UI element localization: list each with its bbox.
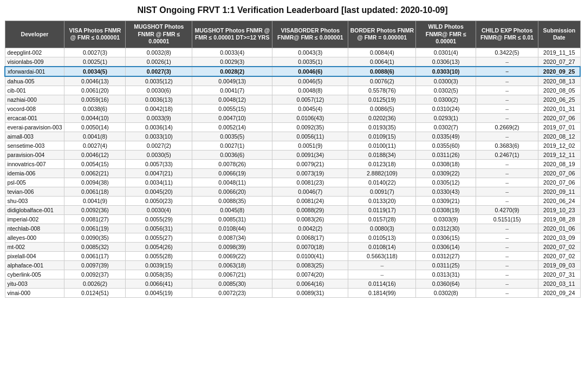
- cell-value: 0.0048(8): [272, 86, 348, 95]
- cell-value: 0.0092(35): [272, 122, 348, 132]
- cell-value: 0.0033(10): [126, 132, 192, 141]
- cell-developer: pixelall-004: [5, 251, 64, 260]
- cell-value: 0.0057(33): [126, 159, 192, 168]
- cell-value: 2020_01_31: [538, 104, 580, 113]
- cell-value: 0.0046(13): [64, 76, 126, 86]
- cell-value: 2020_07_31: [538, 270, 580, 279]
- cell-value: 0.0055(28): [126, 251, 192, 260]
- cell-value: 0.0066(41): [126, 279, 192, 288]
- cell-value: 0.0029(3): [192, 57, 272, 67]
- table-row: everai-paravision-0030.0050(14)0.0036(14…: [5, 122, 580, 132]
- cell-developer: yitu-003: [5, 279, 64, 288]
- cell-value: –: [476, 251, 538, 260]
- cell-value: 0.0048(12): [192, 95, 272, 104]
- cell-value: 0.0036(14): [126, 122, 192, 132]
- cell-value: 0.0059(16): [64, 95, 126, 104]
- cell-value: 2020_08_13: [538, 76, 580, 86]
- table-row: aimall-0030.0041(8)0.0033(10)0.0035(5)0.…: [5, 132, 580, 141]
- cell-value: 2019_11_15: [538, 48, 580, 57]
- cell-value: 0.0306(14): [416, 242, 476, 251]
- cell-developer: paravision-004: [5, 150, 64, 159]
- cell-value: 0.0027(4): [64, 141, 126, 150]
- col-header-border: BORDER Photos FNMR @ FMR = 0.000001: [348, 21, 416, 48]
- cell-value: 2020_03_09: [538, 233, 580, 242]
- cell-value: 0.0050(23): [126, 196, 192, 205]
- cell-value: 0.0046(7): [272, 187, 348, 196]
- cell-value: –: [476, 67, 538, 76]
- cell-value: 2020_09_24: [538, 288, 580, 297]
- cell-value: 0.0086(5): [348, 104, 416, 113]
- cell-value: 0.5578(76): [348, 86, 416, 95]
- cell-value: 0.0097(39): [64, 260, 126, 270]
- cell-developer: everai-paravision-003: [5, 122, 64, 132]
- table-row: psl-0050.0094(38)0.0034(11)0.0048(11)0.0…: [5, 178, 580, 187]
- cell-value: 2020_07_02: [538, 242, 580, 251]
- cell-value: –: [476, 196, 538, 205]
- cell-value: 2020_07_02: [538, 251, 580, 260]
- cell-value: 0.0027(2): [126, 141, 192, 150]
- col-header-wild: WILD Photos FNMR@ FMR ≤ 0.00001: [416, 21, 476, 48]
- cell-value: 2020_07_06: [538, 168, 580, 178]
- cell-value: 0.3683(6): [476, 141, 538, 150]
- table-row: visionlabs-0090.0025(1)0.0026(1)0.0029(3…: [5, 57, 580, 67]
- cell-value: 0.0078(26): [192, 159, 272, 168]
- cell-value: 0.0067(21): [192, 270, 272, 279]
- cell-developer: sensetime-003: [5, 141, 64, 150]
- cell-value: 0.0034(11): [126, 178, 192, 187]
- cell-developer: cib-001: [5, 86, 64, 95]
- cell-value: 0.0079(21): [272, 159, 348, 168]
- table-row: dahua-0050.0046(13)0.0035(12)0.0049(13)0…: [5, 76, 580, 86]
- cell-value: –: [476, 288, 538, 297]
- cell-value: 0.0028(2): [192, 67, 272, 76]
- table-row: yitu-0030.0026(2)0.0066(41)0.0085(30)0.0…: [5, 279, 580, 288]
- table-row: xforwardai-0010.0034(5)0.0027(3)0.0028(2…: [5, 67, 580, 76]
- cell-value: 0.0330(43): [416, 187, 476, 196]
- cell-value: 0.0035(12): [126, 76, 192, 86]
- cell-value: 0.0073(19): [272, 168, 348, 178]
- cell-value: 0.0054(26): [126, 242, 192, 251]
- cell-value: 0.0027(3): [126, 67, 192, 76]
- cell-value: 0.0300(3): [416, 76, 476, 86]
- cell-value: 0.0045(4): [272, 104, 348, 113]
- cell-value: 0.0360(64): [416, 279, 476, 288]
- cell-developer: tevian-006: [5, 187, 64, 196]
- cell-value: 2019_09_03: [538, 260, 580, 270]
- cell-value: 2020_06_25: [538, 95, 580, 104]
- cell-value: 2020_07_06: [538, 178, 580, 187]
- cell-developer: ercacat-001: [5, 113, 64, 122]
- cell-value: –: [348, 270, 416, 279]
- cell-developer: vocord-008: [5, 104, 64, 113]
- cell-value: 0.0061(18): [64, 187, 126, 196]
- cell-value: 0.0063(18): [192, 260, 272, 270]
- cell-value: 0.0089(31): [272, 288, 348, 297]
- cell-value: 2019_12_11: [538, 150, 580, 159]
- col-header-developer: Developer: [5, 21, 64, 48]
- cell-value: 0.0092(37): [64, 270, 126, 279]
- cell-value: 0.0312(27): [416, 251, 476, 260]
- cell-value: 0.0301(4): [416, 48, 476, 57]
- cell-value: 2019_12_02: [538, 141, 580, 150]
- cell-value: –: [476, 95, 538, 104]
- cell-value: 0.0312(30): [416, 224, 476, 233]
- cell-value: 2020_09_11: [538, 187, 580, 196]
- cell-developer: visionlabs-009: [5, 57, 64, 67]
- cell-value: 0.1814(99): [348, 288, 416, 297]
- cell-value: –: [476, 132, 538, 141]
- cell-value: 0.0308(19): [416, 205, 476, 214]
- cell-developer: aimall-003: [5, 132, 64, 141]
- page-wrapper: NIST Ongoing FRVT 1:1 Verification Leade…: [0, 0, 585, 392]
- cell-value: 0.0045(8): [192, 205, 272, 214]
- cell-value: 0.0057(12): [272, 95, 348, 104]
- cell-value: 0.0058(35): [126, 270, 192, 279]
- cell-value: 0.0091(34): [272, 150, 348, 159]
- cell-value: 0.0313(31): [416, 270, 476, 279]
- cell-value: –: [476, 242, 538, 251]
- cell-value: 0.0302(7): [416, 122, 476, 132]
- cell-developer: nazhiai-000: [5, 95, 64, 104]
- cell-value: 0.0303(10): [416, 67, 476, 76]
- cell-value: 0.0046(5): [272, 76, 348, 86]
- table-header-row: Developer VISA Photos FNMR @ FMR ≤ 0.000…: [5, 21, 580, 48]
- cell-value: 0.0085(32): [64, 242, 126, 251]
- cell-value: 0.0041(9): [64, 196, 126, 205]
- cell-value: 0.5663(118): [348, 251, 416, 260]
